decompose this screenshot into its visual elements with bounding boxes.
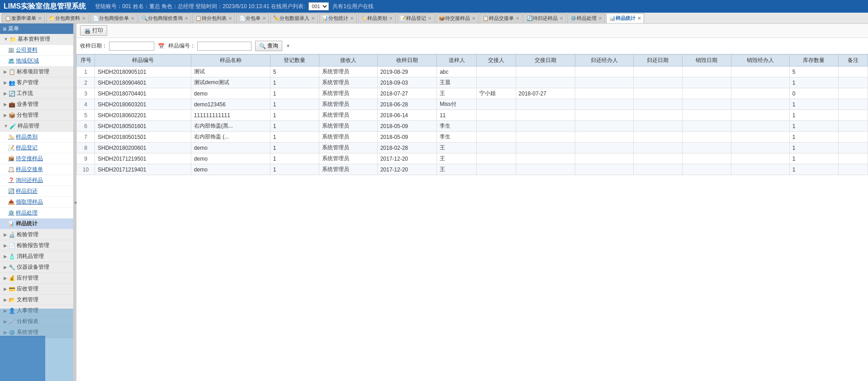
tab-close-6[interactable]: ✕ [311, 16, 315, 21]
tab-item-8[interactable]: 🏷️样品类别✕ [358, 13, 396, 23]
sidebar-group-title-8[interactable]: ▶📄检验报告管理 [0, 240, 73, 251]
tab-item-13[interactable]: ⚙️样品处理✕ [567, 13, 605, 23]
code-input[interactable] [197, 42, 251, 51]
hamburger-icon[interactable]: ≡ [3, 25, 6, 33]
sidebar-group-8: ▶📄检验报告管理 [0, 240, 73, 251]
table-row[interactable]: 9SHDH20171219501demo1系统管理员2017-12-20王1 [77, 153, 868, 164]
tab-item-10[interactable]: 📦待交接样品✕ [436, 13, 479, 23]
table-row[interactable]: 5SHDH201806022011111111111111系统管理员2018-0… [77, 110, 868, 121]
tab-item-6[interactable]: ✏️分包数据录入✕ [270, 13, 318, 23]
tab-item-14[interactable]: 📊样品统计✕ [606, 13, 644, 23]
sidebar-item-6-0[interactable]: 🏷️样品类别 [0, 132, 73, 143]
sidebar-item-6-8[interactable]: 📊样品统计 [0, 219, 73, 229]
sidebar-item-6-3[interactable]: 📋样品交接单 [0, 164, 73, 175]
sidebar-item-6-7[interactable]: ⚙️样品处理 [0, 208, 73, 219]
sidebar-group-title-10[interactable]: ▶🔧仪器设备管理 [0, 262, 73, 273]
sidebar-item-6-6[interactable]: 📤领取理样品 [0, 197, 73, 208]
table-row[interactable]: 1SHDH20180905101测试5系统管理员2019-08-29abc5 [77, 67, 868, 77]
sidebar-group-title-13[interactable]: ▶📂文档管理 [0, 295, 73, 305]
cell-2-5: 2018-07-27 [377, 88, 436, 99]
search-bar: 收样日期： 📅 样品编号： 🔍 查询 ▼ [76, 38, 868, 54]
date-input[interactable] [109, 42, 154, 51]
resize-handle[interactable] [74, 24, 76, 381]
table-row[interactable]: 7SHDH20180501501右内部饰盖 (...1系统管理员2018-05-… [77, 132, 868, 143]
tab-close-5[interactable]: ✕ [262, 16, 266, 21]
tab-close-1[interactable]: ✕ [82, 16, 85, 21]
tab-item-4[interactable]: 📋待分包列表✕ [192, 13, 235, 23]
item-label: 样品登记 [16, 144, 38, 152]
tab-item-9[interactable]: 📝样品登记✕ [397, 13, 435, 23]
search-button[interactable]: 🔍 查询 [255, 41, 282, 51]
tab-item-1[interactable]: 📁分包商资料✕ [46, 13, 89, 23]
cell-6-7 [476, 132, 516, 143]
tab-icon: 📝 [400, 15, 406, 21]
sidebar-item-0-0[interactable]: 🏢公司资料 [0, 45, 73, 56]
calendar-icon[interactable]: 📅 [158, 43, 165, 49]
dropdown-arrow[interactable]: ▼ [286, 43, 290, 48]
tab-close-3[interactable]: ✕ [185, 16, 188, 21]
group-icon: ⚙️ [9, 329, 15, 336]
tab-close-13[interactable]: ✕ [598, 16, 602, 21]
cell-3-2: demo123456 [191, 99, 270, 110]
cell-1-10 [634, 77, 683, 88]
cell-2-11 [682, 88, 731, 99]
online-user-select[interactable]: 001 [308, 2, 329, 10]
tab-label: 分包商报价单 [99, 15, 129, 22]
tab-close-11[interactable]: ✕ [516, 16, 519, 21]
table-row[interactable]: 8SHDH20180200601demo1系统管理员2018-02-28王1 [77, 143, 868, 153]
cell-4-12 [731, 110, 789, 121]
sidebar-group-13: ▶📂文档管理 [0, 295, 73, 305]
sidebar-group-title-9[interactable]: ▶🧴消耗品管理 [0, 251, 73, 262]
tab-close-0[interactable]: ✕ [38, 16, 42, 21]
sidebar-group-title-1[interactable]: ▶📋标准项目管理 [0, 67, 73, 77]
table-row[interactable]: 10SHDH20171219401demo1系统管理员2017-12-20王1 [77, 164, 868, 175]
tab-item-11[interactable]: 📋样品交接单✕ [479, 13, 522, 23]
table-row[interactable]: 4SHDH20180603201demo1234561系统管理员2018-06-… [77, 99, 868, 110]
sidebar-item-6-5[interactable]: 🔄样品归还 [0, 186, 73, 197]
tab-close-10[interactable]: ✕ [472, 16, 475, 21]
print-button[interactable]: 🖨️ 打印 [80, 25, 107, 36]
sidebar-group-title-6[interactable]: ▼🧪样品管理 [0, 121, 73, 132]
sidebar-item-0-1[interactable]: 🗺️地域/区域 [0, 56, 73, 67]
table-row[interactable]: 2SHDH20180904601测试demo测试1系统管理员2018-09-03… [77, 77, 868, 88]
sidebar-group-title-0[interactable]: ▼📁基本资料管理 [0, 34, 73, 45]
sidebar-group-title-12[interactable]: ▶💳应收管理 [0, 284, 73, 295]
tab-close-9[interactable]: ✕ [428, 16, 432, 21]
sidebar-group-title-3[interactable]: ▶🔄工作流 [0, 88, 73, 99]
sidebar-group-title-2[interactable]: ▶👥客户管理 [0, 77, 73, 88]
sidebar-group-5: ▶📦分包管理 [0, 110, 73, 121]
tab-item-5[interactable]: 📄分包单✕ [236, 13, 269, 23]
tab-close-8[interactable]: ✕ [389, 16, 393, 21]
sidebar-group-9: ▶🧴消耗品管理 [0, 251, 73, 262]
tab-close-12[interactable]: ✕ [560, 16, 563, 21]
sidebar-group-title-11[interactable]: ▶💰应付管理 [0, 273, 73, 284]
sidebar-item-6-2[interactable]: 📦待交接样品 [0, 153, 73, 164]
sidebar-item-6-1[interactable]: 📝样品登记 [0, 143, 73, 153]
table-row[interactable]: 6SHDH20180501601右内部饰盖(黑...1系统管理员2018-05-… [77, 121, 868, 132]
cell-4-9 [575, 110, 634, 121]
sidebar-group-title-15[interactable]: ▶📈分析报表 [0, 316, 73, 327]
cell-4-14 [838, 110, 868, 121]
tab-close-2[interactable]: ✕ [131, 16, 134, 21]
tab-close-7[interactable]: ✕ [350, 16, 354, 21]
sidebar-group-title-7[interactable]: ▶🔬检验管理 [0, 229, 73, 240]
tab-item-2[interactable]: 📄分包商报价单✕ [90, 13, 138, 23]
cell-3-14 [838, 99, 868, 110]
cell-5-6: 李生 [437, 121, 477, 132]
sidebar-group-title-14[interactable]: ▶👤人事管理 [0, 305, 73, 316]
tab-item-0[interactable]: 📋发票申请单✕ [2, 13, 45, 23]
arrow-icon: ▶ [4, 232, 7, 237]
tab-item-12[interactable]: 🔄待归还样品✕ [523, 13, 566, 23]
sidebar-group-title-4[interactable]: ▶💼业务管理 [0, 99, 73, 110]
table-row[interactable]: 3SHDH20180704401demo1系统管理员2018-07-27王宁小姐… [77, 88, 868, 99]
sidebar-item-6-4[interactable]: ❓询问还样品 [0, 175, 73, 186]
cell-2-6: 王 [437, 88, 477, 99]
sidebar-group-title-16[interactable]: ▶⚙️系统管理 [0, 327, 73, 338]
tab-close-4[interactable]: ✕ [228, 16, 232, 21]
tab-item-7[interactable]: 📊分包统计✕ [319, 13, 357, 23]
tab-item-3[interactable]: 🔍分包商报价查询✕ [138, 13, 191, 23]
sidebar: ≡ 菜单 ▼📁基本资料管理🏢公司资料🗺️地域/区域▶📋标准项目管理▶👥客户管理▶… [0, 24, 74, 381]
tab-close-14[interactable]: ✕ [637, 16, 641, 21]
item-label: 公司资料 [16, 46, 38, 54]
sidebar-group-title-5[interactable]: ▶📦分包管理 [0, 110, 73, 121]
